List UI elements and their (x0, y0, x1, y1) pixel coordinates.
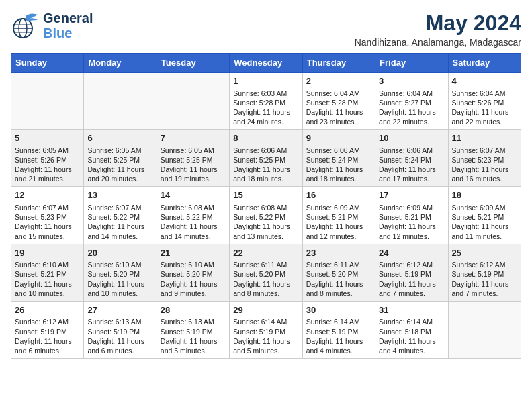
sun-time-text: Sunset: 5:21 PM (379, 213, 431, 221)
sun-time-text: Sunrise: 6:05 AM (161, 146, 214, 154)
sun-time-text: and 24 minutes. (233, 118, 283, 126)
sun-time-text: and 14 minutes. (161, 232, 211, 240)
day-number: 6 (87, 132, 152, 144)
sun-time-text: and 7 minutes. (379, 289, 425, 298)
sun-time-text: Sunset: 5:19 PM (379, 270, 431, 278)
sun-time-text: Sunset: 5:18 PM (379, 328, 431, 336)
sun-time-text: Sunset: 5:21 PM (15, 270, 67, 278)
day-number: 27 (87, 304, 152, 316)
sun-time-text: Sunrise: 6:13 AM (87, 318, 141, 326)
sun-time-text: and 15 minutes. (15, 232, 65, 240)
day-number: 25 (452, 247, 517, 259)
calendar-cell: 18Sunrise: 6:09 AMSunset: 5:21 PMDayligh… (448, 187, 521, 244)
calendar-cell: 9Sunrise: 6:06 AMSunset: 5:24 PMDaylight… (302, 130, 375, 187)
sun-time-text: and 9 minutes. (161, 289, 207, 298)
calendar-cell: 29Sunrise: 6:14 AMSunset: 5:19 PMDayligh… (230, 301, 302, 358)
sun-time-text: Sunrise: 6:07 AM (87, 203, 141, 212)
daylight-hours-label: Daylight: 11 hours (306, 165, 363, 173)
sun-time-text: and 22 minutes. (452, 118, 502, 126)
day-number: 5 (15, 132, 80, 144)
calendar-cell: 21Sunrise: 6:10 AMSunset: 5:20 PMDayligh… (157, 244, 229, 301)
calendar-cell (11, 73, 84, 130)
daylight-hours-label: Daylight: 11 hours (379, 280, 436, 288)
daylight-hours-label: Daylight: 11 hours (306, 280, 363, 288)
daylight-hours-label: Daylight: 11 hours (452, 222, 509, 230)
day-number: 18 (452, 189, 517, 201)
day-number: 22 (233, 247, 298, 259)
day-number: 24 (379, 247, 444, 259)
sun-time-text: and 10 minutes. (87, 289, 138, 298)
sun-time-text: Sunset: 5:22 PM (87, 213, 140, 221)
sun-time-text: Sunset: 5:19 PM (161, 328, 213, 336)
sun-time-text: Sunset: 5:22 PM (233, 213, 285, 221)
daylight-hours-label: Daylight: 11 hours (452, 165, 509, 173)
sun-time-text: Sunset: 5:20 PM (161, 270, 213, 278)
day-number: 2 (306, 75, 371, 87)
daylight-hours-label: Daylight: 11 hours (233, 280, 290, 288)
daylight-hours-label: Daylight: 11 hours (87, 222, 144, 230)
calendar-cell: 8Sunrise: 6:06 AMSunset: 5:25 PMDaylight… (230, 130, 302, 187)
calendar-table: SundayMondayTuesdayWednesdayThursdayFrid… (11, 53, 521, 359)
daylight-hours-label: Daylight: 11 hours (379, 108, 436, 116)
calendar-cell: 10Sunrise: 6:06 AMSunset: 5:24 PMDayligh… (375, 130, 448, 187)
sun-time-text: Sunrise: 6:06 AM (379, 146, 433, 154)
sun-time-text: Sunrise: 6:11 AM (233, 261, 287, 269)
calendar-cell: 5Sunrise: 6:05 AMSunset: 5:26 PMDaylight… (11, 130, 84, 187)
sun-time-text: Sunrise: 6:10 AM (161, 261, 214, 269)
sun-time-text: Sunrise: 6:13 AM (161, 318, 214, 326)
sun-time-text: Sunrise: 6:03 AM (233, 89, 287, 97)
sun-time-text: and 13 minutes. (233, 232, 283, 240)
day-number: 17 (379, 189, 444, 201)
day-number: 4 (452, 75, 517, 87)
daylight-hours-label: Daylight: 11 hours (379, 165, 436, 173)
calendar-cell: 26Sunrise: 6:12 AMSunset: 5:19 PMDayligh… (11, 301, 84, 358)
calendar-week-row: 12Sunrise: 6:07 AMSunset: 5:23 PMDayligh… (11, 187, 521, 244)
calendar-cell (157, 73, 229, 130)
day-number: 13 (87, 189, 152, 201)
daylight-hours-label: Daylight: 11 hours (233, 108, 290, 116)
sun-time-text: Sunrise: 6:04 AM (379, 89, 433, 97)
sun-time-text: and 18 minutes. (233, 175, 283, 183)
daylight-hours-label: Daylight: 11 hours (87, 337, 144, 345)
day-number: 30 (306, 304, 371, 316)
daylight-hours-label: Daylight: 11 hours (15, 280, 72, 288)
sun-time-text: and 16 minutes. (452, 175, 502, 183)
day-number: 20 (87, 247, 152, 259)
sun-time-text: and 12 minutes. (379, 232, 429, 240)
calendar-cell: 19Sunrise: 6:10 AMSunset: 5:21 PMDayligh… (11, 244, 84, 301)
weekday-header-monday: Monday (84, 54, 157, 73)
day-number: 11 (452, 132, 517, 144)
sun-time-text: and 23 minutes. (306, 118, 357, 126)
sun-time-text: Sunrise: 6:10 AM (15, 261, 69, 269)
sun-time-text: Sunset: 5:20 PM (233, 270, 285, 278)
sun-time-text: and 17 minutes. (379, 175, 429, 183)
calendar-cell: 31Sunrise: 6:14 AMSunset: 5:18 PMDayligh… (375, 301, 448, 358)
sun-time-text: and 22 minutes. (379, 118, 429, 126)
calendar-cell: 22Sunrise: 6:11 AMSunset: 5:20 PMDayligh… (230, 244, 302, 301)
calendar-cell: 13Sunrise: 6:07 AMSunset: 5:22 PMDayligh… (84, 187, 157, 244)
day-number: 29 (233, 304, 298, 316)
sun-time-text: Sunset: 5:19 PM (452, 270, 504, 278)
weekday-header-thursday: Thursday (302, 54, 375, 73)
daylight-hours-label: Daylight: 11 hours (15, 337, 72, 345)
sun-time-text: Sunrise: 6:04 AM (306, 89, 360, 97)
page-header: General Blue May 2024 Nandihizana, Anala… (11, 11, 521, 48)
calendar-cell: 1Sunrise: 6:03 AMSunset: 5:28 PMDaylight… (230, 73, 302, 130)
day-number: 10 (379, 132, 444, 144)
sun-time-text: and 4 minutes. (379, 347, 425, 355)
calendar-cell: 12Sunrise: 6:07 AMSunset: 5:23 PMDayligh… (11, 187, 84, 244)
day-number: 28 (161, 304, 226, 316)
calendar-cell: 4Sunrise: 6:04 AMSunset: 5:26 PMDaylight… (448, 73, 521, 130)
calendar-cell (448, 301, 521, 358)
sun-time-text: Sunset: 5:24 PM (306, 156, 359, 164)
sun-time-text: Sunrise: 6:08 AM (161, 203, 214, 212)
daylight-hours-label: Daylight: 11 hours (87, 165, 144, 173)
sun-time-text: Sunset: 5:23 PM (452, 156, 504, 164)
sun-time-text: Sunrise: 6:09 AM (306, 203, 360, 212)
calendar-cell: 11Sunrise: 6:07 AMSunset: 5:23 PMDayligh… (448, 130, 521, 187)
logo: General Blue (11, 11, 93, 40)
day-number: 21 (161, 247, 226, 259)
day-number: 26 (15, 304, 80, 316)
calendar-cell: 25Sunrise: 6:12 AMSunset: 5:19 PMDayligh… (448, 244, 521, 301)
sun-time-text: Sunrise: 6:06 AM (233, 146, 287, 154)
